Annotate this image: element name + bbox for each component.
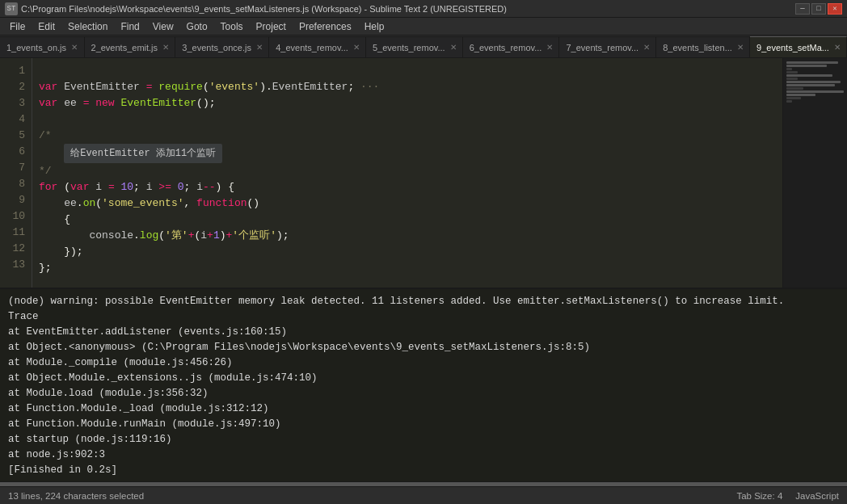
code-area[interactable]: 1 2 3 4 5 6 7 8 9 10 11 12 13 var EventE… <box>0 58 847 288</box>
code-line-5: 给EventEmitter 添加11个监听 <box>39 147 222 159</box>
console-line-7: at Module.load (module.js:356:32) <box>8 386 839 401</box>
console-line-2: Trace <box>8 309 839 325</box>
menu-edit[interactable]: Edit <box>32 19 61 34</box>
tab-6-label: 6_events_remov... <box>470 43 542 52</box>
app-icon: ST <box>5 2 18 15</box>
code-line-4: /* <box>39 129 52 141</box>
code-line-9: { <box>39 213 70 225</box>
tab-5-close[interactable]: ✕ <box>449 43 458 52</box>
tab-6-close[interactable]: ✕ <box>545 43 554 52</box>
title-bar-left: ST C:\Program Files\nodejs\Workspace\eve… <box>5 2 507 15</box>
line-num-5: 5 <box>0 128 25 144</box>
tab-3-label: 3_events_once.js <box>182 43 251 52</box>
console-line-10: at startup (node.js:119:16) <box>8 432 839 447</box>
status-bar: 13 lines, 224 characters selected Tab Si… <box>0 486 847 504</box>
menu-preferences[interactable]: Preferences <box>293 19 358 34</box>
console-line-3: at EventEmitter.addListener (events.js:1… <box>8 325 839 340</box>
status-right: Tab Size: 4 JavaScript <box>736 491 839 501</box>
line-num-7: 7 <box>0 160 25 176</box>
console-output: (node) warning: possible EventEmitter me… <box>0 288 847 481</box>
tab-7[interactable]: 7_events_remov... ✕ <box>559 36 656 57</box>
code-line-12: }; <box>39 262 52 274</box>
tab-4-close[interactable]: ✕ <box>352 43 361 52</box>
line-num-3: 3 <box>0 95 25 111</box>
tab-2[interactable]: 2_events_emit.js ✕ <box>85 36 176 57</box>
minimize-button[interactable]: ─ <box>795 3 810 15</box>
menu-help[interactable]: Help <box>358 19 391 34</box>
line-num-2: 2 <box>0 79 25 95</box>
tab-1[interactable]: 1_events_on.js ✕ <box>0 36 85 57</box>
line-num-11: 11 <box>0 225 25 241</box>
status-selection: 13 lines, 224 characters selected <box>8 491 144 501</box>
tab-9-label: 9_events_setMa... <box>756 43 829 52</box>
line-num-10: 10 <box>0 208 25 225</box>
tab-7-close[interactable]: ✕ <box>642 43 651 52</box>
maximize-button[interactable]: □ <box>811 3 826 15</box>
tab-4[interactable]: 4_events_remov... ✕ <box>269 36 366 57</box>
tab-8[interactable]: 8_events_listen... ✕ <box>656 36 750 57</box>
menu-project[interactable]: Project <box>250 19 293 34</box>
tab-9[interactable]: 9_events_setMa... ✕ <box>750 36 847 57</box>
console-line-5: at Module._compile (module.js:456:26) <box>8 355 839 371</box>
tab-bar: 1_events_on.js ✕ 2_events_emit.js ✕ 3_ev… <box>0 36 847 58</box>
console-line-9: at Function.Module.runMain (module.js:49… <box>8 417 839 432</box>
tab-8-close[interactable]: ✕ <box>735 43 745 52</box>
status-language[interactable]: JavaScript <box>795 491 839 501</box>
code-line-8: ee.on('some_events', function() <box>39 197 259 209</box>
code-line-1: var EventEmitter = require('events').Eve… <box>39 81 379 93</box>
console-line-8: at Function.Module._load (module.js:312:… <box>8 401 839 417</box>
line-num-9: 9 <box>0 192 25 208</box>
console-line-12: [Finished in 0.2s] <box>8 463 839 478</box>
status-tab-size[interactable]: Tab Size: 4 <box>736 491 782 501</box>
line-num-13: 13 <box>0 257 25 273</box>
tab-1-close[interactable]: ✕ <box>70 43 79 52</box>
window-title: C:\Program Files\nodejs\Workspace\events… <box>21 4 507 14</box>
line-num-1: 1 <box>0 63 25 79</box>
tab-5-label: 5_events_remov... <box>373 43 445 52</box>
line-num-12: 12 <box>0 241 25 257</box>
tab-2-label: 2_events_emit.js <box>91 43 158 52</box>
main-area: 1 2 3 4 5 6 7 8 9 10 11 12 13 var EventE… <box>0 58 847 486</box>
tab-3-close[interactable]: ✕ <box>255 43 264 52</box>
code-line-7: for (var i = 10; i >= 0; i--) { <box>39 181 234 193</box>
console-line-1: (node) warning: possible EventEmitter me… <box>8 294 839 309</box>
menu-file[interactable]: File <box>3 19 32 34</box>
tab-7-label: 7_events_remov... <box>566 43 638 52</box>
console-line-6: at Object.Module._extensions..js (module… <box>8 371 839 386</box>
tab-9-close[interactable]: ✕ <box>832 43 842 52</box>
title-bar: ST C:\Program Files\nodejs\Workspace\eve… <box>0 0 847 18</box>
minimap <box>782 58 847 288</box>
code-line-6: */ <box>39 165 52 177</box>
line-num-6: 6 <box>0 144 25 160</box>
menu-goto[interactable]: Goto <box>180 19 214 34</box>
console-line-4: at Object.<anonymous> (C:\Program Files\… <box>8 340 839 355</box>
tab-1-label: 1_events_on.js <box>6 43 66 52</box>
code-line-10: console.log('第'+(i+1)+'个监听'); <box>39 229 289 242</box>
editor: 1 2 3 4 5 6 7 8 9 10 11 12 13 var EventE… <box>0 58 847 486</box>
code-line-2: var ee = new EventEmitter(); <box>39 97 216 109</box>
line-num-4: 4 <box>0 111 25 128</box>
code-line-11: }); <box>39 246 83 258</box>
line-num-8: 8 <box>0 176 25 192</box>
console-line-11: at node.js:902:3 <box>8 447 839 463</box>
close-button[interactable]: ✕ <box>828 3 842 15</box>
menu-find[interactable]: Find <box>114 19 145 34</box>
menu-tools[interactable]: Tools <box>214 19 250 34</box>
tab-5[interactable]: 5_events_remov... ✕ <box>366 36 463 57</box>
tab-6[interactable]: 6_events_remov... ✕ <box>463 36 560 57</box>
tab-3[interactable]: 3_events_once.js ✕ <box>175 36 269 57</box>
menu-selection[interactable]: Selection <box>61 19 114 34</box>
menu-bar: File Edit Selection Find View Goto Tools… <box>0 18 847 36</box>
tab-8-label: 8_events_listen... <box>663 43 732 52</box>
menu-view[interactable]: View <box>146 19 180 34</box>
line-numbers: 1 2 3 4 5 6 7 8 9 10 11 12 13 <box>0 58 32 288</box>
tab-4-label: 4_events_remov... <box>276 43 348 52</box>
window-controls: ─ □ ✕ <box>795 3 842 15</box>
tab-2-close[interactable]: ✕ <box>161 43 171 52</box>
minimap-content <box>783 58 847 107</box>
code-content[interactable]: var EventEmitter = require('events').Eve… <box>32 58 782 288</box>
